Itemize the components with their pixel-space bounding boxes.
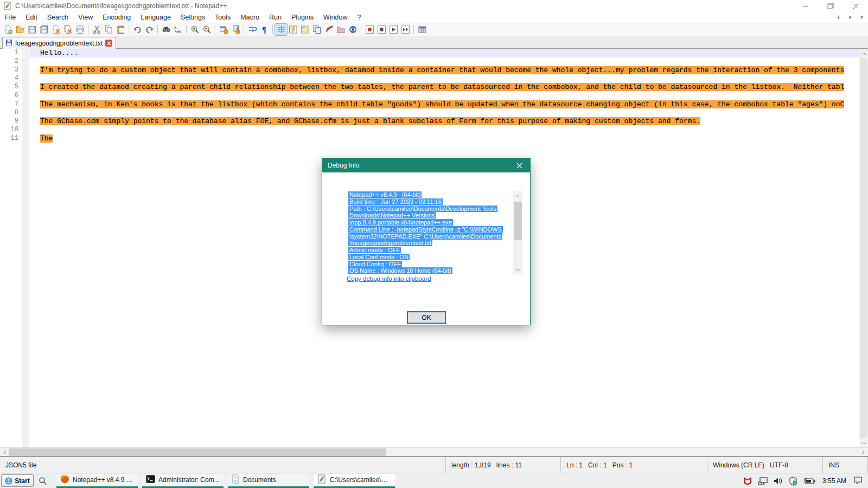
save-icon[interactable] [26, 24, 38, 35]
debug-info-line: \npp.8.4.9.portable.x64\notepad++.exe [348, 219, 453, 226]
dialog-scroll-up-icon[interactable] [513, 191, 522, 200]
new-tab-icon[interactable]: + [837, 14, 840, 21]
save-all-icon[interactable] [38, 24, 50, 35]
close-icon[interactable] [50, 24, 62, 35]
replace-icon[interactable]: ab [172, 24, 184, 35]
sync-horizontal-icon[interactable] [229, 24, 241, 35]
taskbar-search-icon[interactable] [34, 474, 52, 488]
menu-edit[interactable]: Edit [21, 12, 42, 22]
dialog-scrollbar[interactable] [513, 191, 522, 274]
find-icon[interactable] [160, 24, 172, 35]
notifications-icon[interactable] [853, 476, 863, 486]
tab-list-icon[interactable]: ▼ [848, 15, 852, 20]
taskbar-button-administrator-com-[interactable]: Administrator: Com... [142, 474, 224, 488]
security-icon[interactable] [789, 477, 797, 486]
editor-line-2[interactable]: 2 [0, 57, 868, 66]
taskbar-button-label: Administrator: Com... [158, 476, 220, 484]
function-list-icon[interactable] [287, 24, 299, 35]
editor-line-11[interactable]: 11The [0, 134, 868, 143]
mcafee-icon[interactable] [743, 477, 752, 486]
cut-icon[interactable] [91, 24, 103, 35]
editor-line-3[interactable]: 3I'm trying to do a custom object that w… [0, 66, 868, 75]
editor-line-4[interactable]: 4 [0, 74, 868, 83]
taskbar-button-notepad-v8-4-9-rel-[interactable]: Notepad++ v8.4.9 Rel... [56, 474, 138, 488]
ok-button[interactable]: OK [407, 311, 446, 324]
macro-record-icon[interactable] [363, 24, 375, 35]
open-icon[interactable] [14, 24, 26, 35]
taskbar-button-documents[interactable]: Documents [228, 474, 309, 488]
close-all-icon[interactable] [62, 24, 74, 35]
monitoring-icon[interactable] [347, 24, 359, 35]
editor-line-10[interactable]: 10 [0, 126, 868, 134]
copy-icon[interactable] [103, 24, 114, 35]
horizontal-scroll-thumb[interactable] [9, 448, 386, 456]
word-wrap-icon[interactable] [246, 24, 258, 35]
menu-plugins[interactable]: Plugins [286, 12, 318, 22]
status-encoding[interactable]: UTF-8 [764, 457, 823, 473]
close-window-button[interactable] [843, 0, 868, 12]
zoom-in-icon[interactable] [189, 24, 201, 35]
document-map-icon[interactable] [299, 24, 311, 35]
menu-language[interactable]: Language [136, 12, 176, 22]
macro-run-multiple-icon[interactable] [399, 24, 411, 35]
macro-save-icon[interactable] [416, 24, 428, 35]
menu-encoding[interactable]: Encoding [98, 12, 136, 22]
editor-line-8[interactable]: 8 [0, 109, 868, 118]
editor-horizontal-scrollbar[interactable]: ‹ › [0, 447, 868, 456]
undo-icon[interactable] [131, 24, 143, 35]
status-eol-format[interactable]: Windows (CR LF) [707, 457, 764, 473]
dialog-title-bar[interactable]: Debug Info [322, 158, 530, 172]
editor-line-5[interactable]: 5I created the datamod creating a parent… [0, 83, 868, 92]
editor-line-7[interactable]: 7The mechanism, in Ken's books is that t… [0, 100, 868, 109]
print-icon[interactable] [74, 24, 86, 35]
scroll-up-icon[interactable] [859, 49, 868, 57]
editor-line-6[interactable]: 6 [0, 92, 868, 100]
document-list-icon[interactable] [311, 24, 323, 35]
minimize-button[interactable] [793, 0, 818, 12]
dialog-scroll-thumb[interactable] [514, 202, 522, 240]
paste-icon[interactable] [114, 24, 126, 35]
clock[interactable]: 3:55 AM [822, 477, 846, 485]
scroll-left-icon[interactable]: ‹ [0, 448, 9, 457]
line-text: I'm trying to do a custom object that wi… [40, 66, 844, 74]
editor-line-1[interactable]: 1Hello.... [0, 49, 868, 57]
start-button[interactable]: Start [1, 474, 34, 487]
dialog-scroll-down-icon[interactable] [513, 265, 522, 274]
dialog-close-icon[interactable] [508, 158, 530, 172]
menu-search[interactable]: Search [42, 12, 74, 22]
scroll-down-icon[interactable] [859, 439, 868, 447]
taskbar-button-c-users-camilee-do-[interactable]: C:\Users\camilee\Do... [314, 474, 395, 488]
debug-info-text[interactable]: Notepad++ v8.4.9 (64-bit)Build time : Ja… [348, 191, 511, 274]
menu-tools[interactable]: Tools [210, 12, 235, 22]
tab-close-icon[interactable] [105, 40, 112, 47]
zoom-out-icon[interactable] [201, 24, 213, 35]
menu-run[interactable]: Run [264, 12, 286, 22]
menu-view[interactable]: View [73, 12, 98, 22]
indent-guide-icon[interactable] [275, 24, 287, 35]
status-insert-mode[interactable]: INS [823, 457, 868, 473]
macro-stop-icon[interactable] [375, 24, 387, 35]
new-file-icon[interactable] [2, 24, 14, 35]
editor-vertical-scrollbar[interactable] [859, 49, 868, 447]
menu-file[interactable]: File [0, 12, 21, 22]
folder-as-workspace-icon[interactable] [323, 24, 335, 35]
battery-icon[interactable] [803, 478, 815, 485]
menu-window[interactable]: Window [318, 12, 352, 22]
tab-foeagesgoodngproblemtext[interactable]: foeagesgoodngproblemtext.txt [2, 37, 116, 49]
volume-icon[interactable] [774, 477, 783, 485]
macro-play-icon[interactable] [387, 24, 399, 35]
menu-settings[interactable]: Settings [176, 12, 210, 22]
sync-vertical-icon[interactable] [218, 24, 229, 35]
restore-button[interactable] [818, 0, 843, 12]
menu-macro[interactable]: Macro [235, 12, 264, 22]
close-tab-icon[interactable]: × [860, 14, 864, 21]
project-panel-icon[interactable] [335, 24, 347, 35]
network-icon[interactable] [758, 477, 768, 485]
redo-icon[interactable] [143, 24, 155, 35]
scroll-right-icon[interactable]: › [859, 448, 868, 457]
show-symbols-icon[interactable]: ¶ [258, 24, 270, 35]
editor-line-9[interactable]: 9The GCbase.cdm simply points to the dat… [0, 117, 868, 126]
menu-help[interactable]: ? [352, 12, 366, 22]
copy-debug-info-link[interactable]: Copy debug info into clipboard [347, 275, 431, 282]
vertical-scroll-thumb[interactable] [860, 58, 867, 438]
